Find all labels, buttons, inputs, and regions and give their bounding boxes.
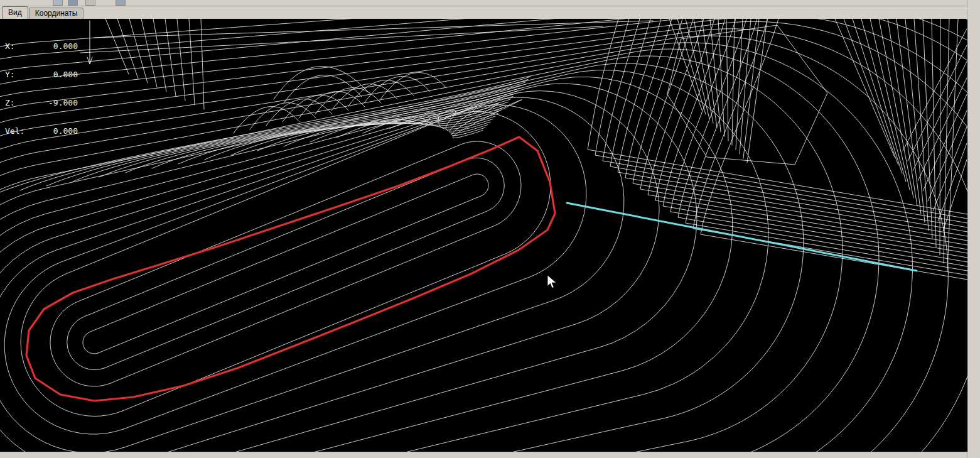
toolpath-line: [87, 21, 92, 64]
top-toolbar-strip: [0, 0, 967, 6]
bottom-panel-strip: [0, 452, 967, 458]
toolpath-line: [0, 97, 624, 452]
toolbar-button-fragment-icon[interactable]: [53, 0, 63, 6]
readout-row-vel: Vel:0.000: [5, 126, 78, 136]
readout-row-y: Y:0.000: [5, 70, 78, 79]
toolpath-line: [129, 19, 148, 83]
highlighted-toolpath: [26, 137, 555, 401]
toolpath-line: [853, 19, 902, 173]
toolpath-line: [718, 19, 724, 136]
toolpath-line: [0, 19, 967, 452]
tab-view-label: Вид: [8, 8, 22, 17]
toolpath-line: [933, 127, 967, 211]
toolpath-line: [0, 77, 733, 452]
toolpath-line: [0, 19, 967, 452]
toolpath-line: [0, 63, 804, 452]
toolpath-line: [943, 160, 967, 231]
toolpath-line: [693, 19, 967, 275]
toolpath-line: [686, 19, 709, 119]
toolpath-line: [0, 19, 967, 452]
toolpath-line: [117, 19, 138, 79]
toolpath-line: [640, 19, 967, 245]
tab-view[interactable]: Вид: [2, 6, 28, 19]
tab-coordinates-label: Координаты: [35, 9, 78, 18]
toolpath-line: [879, 19, 913, 198]
toolpath-line: [888, 19, 917, 206]
toolpath-line: [677, 19, 706, 114]
toolpath-line: [141, 19, 157, 87]
toolpath-line: [610, 19, 967, 227]
toolpath-line: [165, 19, 176, 96]
toolpath-line: [0, 19, 967, 452]
toolpath-line: [726, 19, 728, 141]
readout-label-y: Y:: [5, 70, 34, 79]
tab-bar: Вид Координаты: [0, 6, 967, 19]
toolpath-line: [740, 19, 751, 154]
toolpath-line: [0, 84, 697, 452]
toolpath-line: [105, 19, 129, 74]
wireframe-toolpaths: [0, 19, 967, 452]
toolpath-line: [234, 106, 299, 133]
backplot-3d-viewport[interactable]: X:0.000 Y:0.000 Z:-9.000 Vel:0.000: [0, 19, 967, 452]
position-readout: X:0.000 Y:0.000 Z:-9.000 Vel:0.000: [5, 23, 78, 155]
readout-value-y: 0.000: [34, 70, 78, 79]
toolpath-line: [0, 19, 967, 452]
readout-label-z: Z:: [5, 98, 34, 107]
selected-segment-line: [567, 203, 917, 271]
toolpath-line: [732, 19, 735, 145]
right-panel-strip: [967, 0, 980, 458]
toolbar-button-fragment-icon[interactable]: [68, 0, 78, 6]
readout-value-vel: 0.000: [34, 126, 78, 136]
mouse-cursor-icon: [547, 275, 556, 288]
toolpath-line: [588, 19, 967, 214]
toolpath-line: [0, 19, 967, 452]
readout-row-x: X:0.000: [5, 41, 78, 51]
toolpath-line: [67, 158, 505, 369]
readout-label-vel: Vel:: [5, 126, 34, 136]
toolpath-line: [663, 19, 967, 258]
toolpath-line: [670, 19, 967, 262]
readout-value-x: 0.000: [34, 41, 78, 51]
tab-coordinates[interactable]: Координаты: [29, 8, 84, 19]
toolpath-line: [0, 56, 843, 452]
toolpath-line: [940, 19, 940, 255]
toolpath-line: [686, 19, 967, 271]
toolpath-line: [201, 19, 204, 109]
toolpath-line: [189, 19, 195, 105]
readout-row-z: Z:-9.000: [5, 98, 78, 107]
toolpath-canvas: [0, 19, 967, 452]
toolpath-line: [835, 19, 895, 157]
application-window: Вид Координаты X:0.000 Y:0.000 Z:-9.000 …: [0, 0, 980, 458]
toolpath-line: [908, 45, 967, 161]
toolpath-line: [83, 174, 488, 354]
readout-value-z: -9.000: [34, 98, 78, 107]
toolpath-line: [0, 29, 967, 452]
toolbar-button-fragment-icon[interactable]: [116, 0, 126, 6]
toolbar-button-fragment-icon[interactable]: [85, 0, 95, 6]
readout-label-x: X:: [5, 41, 34, 51]
